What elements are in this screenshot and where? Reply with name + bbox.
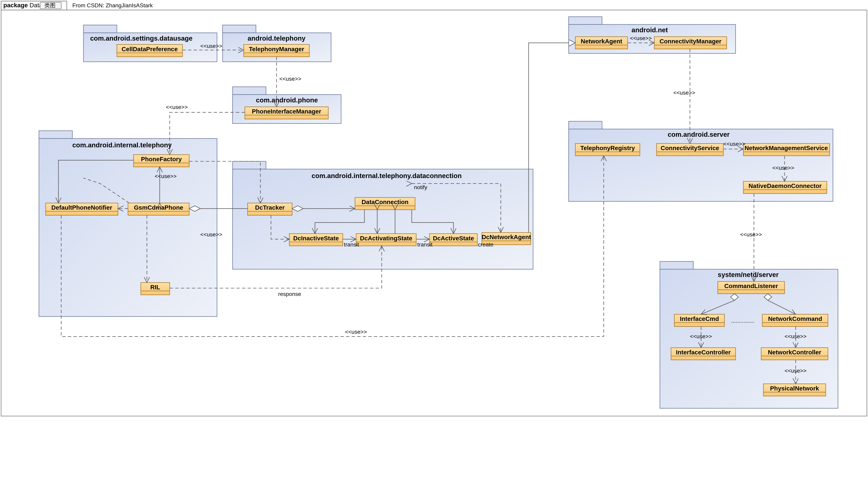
class-interfacecontroller: InterfaceController [671, 347, 735, 360]
svg-text:android.telephony: android.telephony [248, 34, 306, 42]
class-telephonymanager: TelephonyManager [244, 44, 309, 57]
svg-text:<<use>>: <<use>> [345, 329, 367, 335]
svg-rect-54 [569, 17, 602, 25]
class-physicalnetwork: PhysicalNetwork [763, 384, 826, 396]
svg-text:DcActiveState: DcActiveState [433, 235, 474, 242]
svg-text:<<use>>: <<use>> [785, 333, 807, 339]
svg-text:com.android.internal.telephony: com.android.internal.telephony [73, 141, 172, 149]
svg-text:NetworkController: NetworkController [768, 349, 821, 356]
svg-text:InterfaceCmd: InterfaceCmd [680, 315, 719, 322]
class-connectivitymanager: ConnectivityManager [654, 37, 727, 49]
svg-text:<<use>>: <<use>> [772, 165, 794, 171]
svg-text:DcNetworkAgent: DcNetworkAgent [482, 234, 531, 241]
svg-text:<<use>>: <<use>> [740, 231, 762, 237]
svg-rect-34 [233, 169, 533, 269]
svg-text:TelephonyRegistry: TelephonyRegistry [580, 144, 635, 151]
class-dcactivestate: DcActiveState [430, 234, 477, 246]
svg-text:PhoneInterfaceManager: PhoneInterfaceManager [252, 108, 321, 115]
svg-text:transit: transit [417, 242, 432, 248]
class-phoneinterfacemanager: PhoneInterfaceManager [245, 107, 328, 119]
svg-text:<<use>>: <<use>> [200, 43, 222, 49]
package-netd: system/netd/server CommandListener Inter… [660, 261, 838, 408]
svg-text:create: create [478, 242, 493, 248]
svg-text:DcActivatingState: DcActivatingState [360, 235, 413, 242]
class-networkcontroller: NetworkController [761, 347, 828, 360]
svg-rect-33 [233, 161, 266, 169]
svg-rect-6 [222, 25, 256, 33]
package-android-net: android.net NetworkAgent ConnectivityMan… [569, 17, 736, 53]
svg-text:com.android.phone: com.android.phone [256, 96, 318, 104]
class-phonefactory: PhoneFactory [134, 155, 189, 167]
svg-text:GsmCdmaPhone: GsmCdmaPhone [134, 204, 183, 211]
svg-text:ConnectivityService: ConnectivityService [661, 144, 719, 151]
svg-text:PhysicalNetwork: PhysicalNetwork [770, 385, 819, 392]
class-dctracker: DcTracker [248, 203, 292, 215]
svg-text:<<use>>: <<use>> [690, 333, 712, 339]
svg-text:system/netd/server: system/netd/server [718, 271, 779, 278]
svg-text:CellDataPreference: CellDataPreference [122, 46, 178, 52]
package-dataconnection: com.android.internal.telephony.dataconne… [233, 161, 533, 269]
svg-text:RIL: RIL [150, 284, 160, 291]
class-dcactivatingstate: DcActivatingState [356, 234, 416, 246]
svg-rect-19 [39, 139, 217, 316]
svg-rect-63 [569, 121, 602, 129]
package-internal-telephony: com.android.internal.telephony PhoneFact… [39, 131, 217, 316]
package-telephony: android.telephony TelephonyManager [222, 25, 331, 62]
svg-rect-0 [83, 25, 117, 33]
class-networkcommand: NetworkCommand [762, 314, 828, 327]
svg-text:<<use>>: <<use>> [673, 90, 695, 96]
svg-text:PhoneFactory: PhoneFactory [141, 156, 182, 162]
class-connectivityservice: ConnectivityService [656, 143, 724, 156]
package-phone: com.android.phone PhoneInterfaceManager [233, 87, 341, 124]
svg-text:notify: notify [414, 184, 428, 190]
class-telephonyregistry: TelephonyRegistry [575, 143, 640, 156]
svg-text:DcTracker: DcTracker [255, 204, 285, 211]
svg-text:com.android.settings.datausage: com.android.settings.datausage [90, 34, 192, 42]
svg-text:transit: transit [344, 242, 359, 248]
svg-text:<<use>>: <<use>> [785, 368, 807, 374]
svg-text:<<use>>: <<use>> [200, 231, 222, 237]
svg-text:android.net: android.net [632, 26, 668, 34]
svg-rect-78 [660, 261, 693, 269]
svg-text:DcInactiveState: DcInactiveState [293, 235, 339, 242]
class-dataconnection: DataConnection [355, 198, 415, 210]
svg-text:DataConnection: DataConnection [361, 199, 408, 205]
package-settings: com.android.settings.datausage CellDataP… [83, 25, 217, 62]
svg-text:DefaultPhoneNotifier: DefaultPhoneNotifier [51, 204, 112, 211]
svg-text:ConnectivityManager: ConnectivityManager [660, 38, 722, 45]
svg-text:CommandListener: CommandListener [724, 282, 778, 289]
svg-text:InterfaceController: InterfaceController [676, 349, 731, 356]
class-dcinactivestate: DcInactiveState [290, 234, 343, 246]
dots-label: ............... [731, 317, 755, 324]
svg-text:<<use>>: <<use>> [279, 76, 301, 82]
svg-rect-12 [233, 87, 266, 95]
class-commandlistener: CommandListener [718, 281, 785, 294]
class-networkagent: NetworkAgent [575, 37, 627, 49]
class-celldatapreference: CellDataPreference [117, 44, 183, 57]
svg-text:<<use>>: <<use>> [630, 35, 652, 41]
package-label: package Data [3, 2, 43, 9]
svg-text:NetworkCommand: NetworkCommand [768, 315, 822, 322]
class-defaultphonenotifier: DefaultPhoneNotifier [46, 203, 118, 215]
class-networkmanagementservice: NetworkManagementService [743, 143, 830, 156]
svg-text:response: response [278, 291, 301, 297]
svg-text:<<use>>: <<use>> [166, 104, 188, 110]
svg-text:<<use>>: <<use>> [724, 141, 745, 147]
svg-text:<<use>>: <<use>> [155, 173, 177, 179]
svg-text:NetworkManagementService: NetworkManagementService [745, 144, 828, 151]
svg-text:NativeDaemonConnector: NativeDaemonConnector [748, 182, 822, 189]
class-ril: RIL [141, 282, 170, 295]
from-label: From CSDN: ZhangJianIsAStark [73, 2, 153, 9]
class-interfacecmd: InterfaceCmd [675, 314, 725, 327]
class-gsmcdmaphone: GsmCdmaPhone [128, 203, 189, 215]
svg-text:com.android.internal.telephony: com.android.internal.telephony.dataconne… [312, 172, 462, 180]
tab-label: 类图 [44, 2, 56, 9]
svg-text:NetworkAgent: NetworkAgent [581, 38, 622, 45]
package-server: com.android.server TelephonyRegistry Con… [569, 121, 833, 201]
svg-rect-18 [39, 131, 72, 139]
svg-text:com.android.server: com.android.server [668, 131, 730, 138]
svg-text:TelephonyManager: TelephonyManager [249, 46, 304, 52]
class-nativedaemonconnector: NativeDaemonConnector [743, 181, 827, 194]
